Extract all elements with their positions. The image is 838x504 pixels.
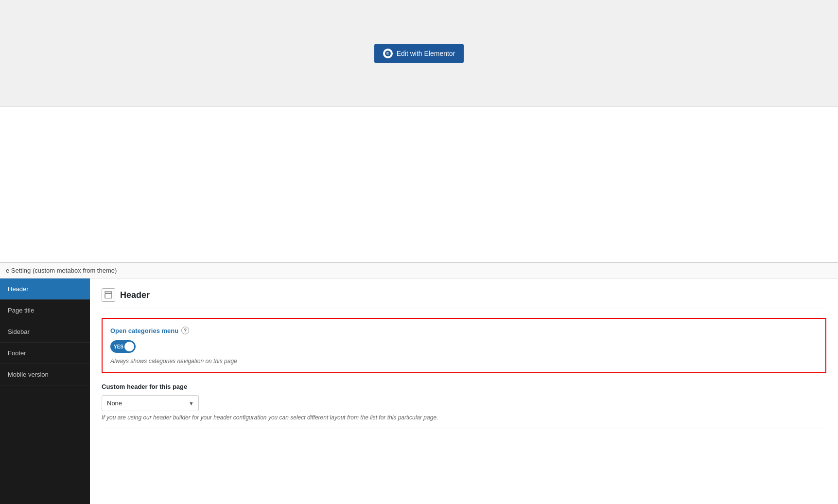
nav-label-mobile-version: Mobile version — [8, 371, 49, 378]
sidebar-item-page-title[interactable]: Page title — [0, 300, 90, 321]
sidebar-item-footer[interactable]: Footer — [0, 343, 90, 364]
categories-hint: Always shows categories navigation on th… — [110, 358, 818, 365]
open-categories-field-label: Open categories menu ? — [110, 327, 818, 334]
meta-label-text: e Setting (custom metabox from theme) — [6, 267, 117, 274]
custom-header-select[interactable]: None — [102, 395, 199, 411]
open-categories-menu-box: Open categories menu ? YES Always shows … — [102, 318, 826, 373]
preview-area: Edit with Elementor — [0, 0, 838, 107]
custom-header-description: If you are using our header builder for … — [102, 414, 826, 421]
nav-label-page-title: Page title — [8, 307, 34, 314]
section-title: Header — [120, 290, 150, 300]
elementor-icon — [383, 49, 393, 58]
settings-nav: Header Page title Sidebar Footer Mobile … — [0, 278, 90, 504]
meta-label: e Setting (custom metabox from theme) — [0, 263, 838, 278]
page-content-area — [0, 107, 838, 262]
sidebar-item-mobile-version[interactable]: Mobile version — [0, 364, 90, 385]
nav-label-header: Header — [8, 285, 29, 293]
sidebar-item-sidebar[interactable]: Sidebar — [0, 321, 90, 343]
custom-header-select-wrapper: None ▼ — [102, 395, 199, 411]
categories-menu-toggle[interactable]: YES — [110, 340, 136, 353]
settings-section: e Setting (custom metabox from theme) He… — [0, 262, 838, 504]
toggle-wrapper: YES — [110, 340, 818, 353]
toggle-slider: YES — [110, 340, 136, 353]
svg-rect-1 — [105, 294, 112, 298]
settings-main: Header Open categories menu ? YES — [90, 278, 838, 504]
nav-label-footer: Footer — [8, 349, 26, 357]
custom-header-section: Custom header for this page None ▼ If yo… — [102, 383, 826, 429]
edit-elementor-button[interactable]: Edit with Elementor — [374, 44, 464, 63]
custom-header-label: Custom header for this page — [102, 383, 826, 390]
sidebar-item-header[interactable]: Header — [0, 278, 90, 300]
settings-body: Header Page title Sidebar Footer Mobile … — [0, 278, 838, 504]
svg-rect-0 — [105, 292, 112, 293]
edit-button-label: Edit with Elementor — [397, 50, 455, 57]
help-tooltip-text: ? — [184, 328, 187, 333]
section-header: Header — [102, 288, 826, 308]
header-section-icon — [102, 288, 115, 302]
open-categories-label-text: Open categories menu — [110, 327, 178, 334]
custom-header-description-text: If you are using our header builder for … — [102, 414, 438, 421]
toggle-yes-label: YES — [114, 344, 123, 349]
elementor-logo — [385, 51, 391, 56]
custom-header-label-text: Custom header for this page — [102, 383, 187, 390]
categories-hint-text: Always shows categories navigation on th… — [110, 358, 237, 365]
help-icon[interactable]: ? — [181, 327, 189, 334]
nav-label-sidebar: Sidebar — [8, 328, 30, 335]
